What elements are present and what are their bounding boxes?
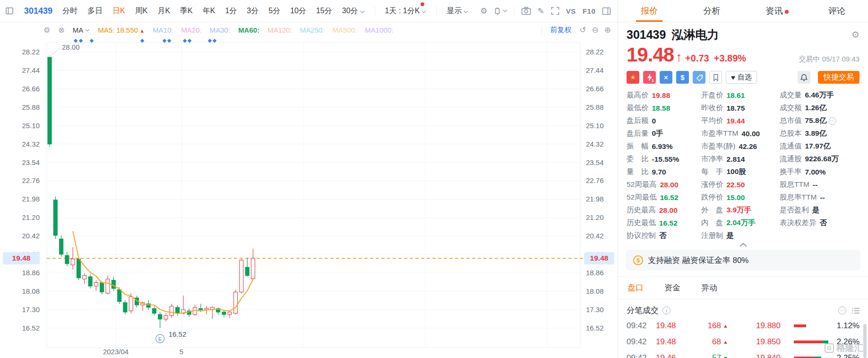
period-tab-label: 1分: [225, 6, 237, 16]
candle-body[interactable]: [88, 277, 92, 286]
y-axis-label-right: 23.54: [586, 158, 604, 166]
event-diamond-icon[interactable]: ◆: [74, 37, 78, 43]
panel-tab-资讯[interactable]: 资讯: [743, 0, 806, 22]
candlestick-chart[interactable]: 28.2228.2227.4427.4426.6626.6625.8825.88…: [0, 0, 618, 358]
candle-body[interactable]: [240, 260, 243, 292]
panel-scrollbar[interactable]: [863, 324, 867, 358]
event-diamond-icon[interactable]: ◆: [140, 37, 145, 43]
period-tab-10分[interactable]: 10分: [290, 6, 306, 16]
x-axis-label[interactable]: 2023/04: [103, 348, 129, 356]
period-tab-多日[interactable]: 多日: [87, 6, 103, 16]
candle-body[interactable]: [100, 283, 104, 292]
candle-body[interactable]: [164, 315, 168, 319]
quick-trade-button[interactable]: 快捷交易: [818, 71, 859, 84]
indicator-settings-icon[interactable]: ⚙: [43, 26, 50, 35]
tick-row[interactable]: 09:4219.48168▲19.8801.12%: [618, 318, 868, 334]
zoom-out-icon[interactable]: ⊖: [592, 25, 599, 35]
panel-tab-评论[interactable]: 评论: [806, 0, 868, 22]
period-tab-15分[interactable]: 15分: [316, 6, 332, 16]
candle-body[interactable]: [83, 276, 86, 279]
period-tab-年K[interactable]: 年K: [203, 6, 215, 16]
period-tab-label: 周K: [135, 6, 148, 16]
panel-tab-分析[interactable]: 分析: [680, 0, 743, 22]
adjust-mode-label[interactable]: 前复权: [550, 26, 571, 35]
tick-avg-price: 19.850: [731, 337, 781, 347]
event-diamond-icon[interactable]: ◆: [79, 37, 83, 43]
candle-body[interactable]: [170, 306, 173, 315]
list-icon[interactable]: [852, 307, 859, 314]
period-tab-3分[interactable]: 3分: [247, 6, 258, 16]
collapse-chevron[interactable]: [618, 241, 868, 248]
zoom-in-icon[interactable]: ⊕: [604, 25, 611, 35]
f10-label[interactable]: F10: [583, 7, 595, 15]
indicator-legend: ⚙ ⊗ MA MA5:18.550▲MA10:MA20:MA30:MA60:MA…: [0, 22, 618, 38]
add-favorite-button[interactable]: ♥ 自选: [726, 71, 757, 84]
y-axis-label-right: 21.98: [586, 195, 604, 203]
subtab-异动[interactable]: 异动: [701, 282, 717, 293]
event-diamond-icon[interactable]: ◆: [163, 37, 167, 43]
event-diamond-icon[interactable]: ◆: [208, 37, 212, 43]
more-icon[interactable]: ⋯: [829, 117, 836, 125]
candle-body[interactable]: [176, 307, 180, 313]
alert-bell-button[interactable]: [798, 71, 810, 84]
period-tab-分时[interactable]: 分时: [62, 6, 77, 16]
period-tab-1天1分K[interactable]: 1天 : 1分K: [385, 6, 427, 16]
period-tab-周K[interactable]: 周K: [135, 6, 148, 16]
vs-label[interactable]: VS: [566, 7, 576, 15]
panel-settings-icon[interactable]: ⚙: [851, 29, 859, 40]
candle-body[interactable]: [112, 280, 115, 288]
candle-body[interactable]: [129, 297, 133, 311]
event-diamond-icon[interactable]: ◆: [213, 37, 217, 43]
candle-body[interactable]: [222, 312, 226, 314]
camera-icon[interactable]: [521, 7, 531, 15]
candle-body[interactable]: [60, 239, 63, 254]
period-tab-日K[interactable]: 日K: [112, 6, 125, 16]
pencil-icon[interactable]: ✎: [538, 6, 544, 16]
period-tab-30分[interactable]: 30分: [342, 6, 365, 16]
candle-body[interactable]: [118, 289, 121, 301]
period-tab-5分[interactable]: 5分: [268, 6, 280, 16]
period-tab-label: 30分: [342, 6, 358, 16]
last-price-tag-value: 19.48: [12, 254, 31, 262]
tick-list-title: 分笔成交: [627, 305, 659, 316]
candle-body[interactable]: [53, 200, 57, 236]
subtab-资金[interactable]: 资金: [664, 282, 680, 293]
more-icon[interactable]: ⋯: [838, 306, 846, 314]
candle-body[interactable]: [106, 279, 110, 293]
event-diamond-icon[interactable]: ◆: [183, 37, 187, 43]
candle-body[interactable]: [65, 255, 69, 263]
info-icon[interactable]: i: [662, 306, 670, 314]
window-icon[interactable]: [5, 6, 14, 16]
candle-body[interactable]: [245, 267, 249, 275]
period-tab-显示[interactable]: 显示: [447, 6, 468, 16]
period-tab-月K[interactable]: 月K: [157, 6, 170, 16]
period-tab-季K[interactable]: 季K: [180, 6, 193, 16]
event-diamond-icon[interactable]: ◆: [90, 37, 94, 43]
event-diamond-icon[interactable]: ◆: [167, 37, 172, 43]
candle-body[interactable]: [228, 312, 232, 314]
candle-body[interactable]: [152, 308, 156, 313]
stock-code-toolbar[interactable]: 301439: [24, 6, 52, 16]
candle-body[interactable]: [77, 259, 81, 278]
layout-icon[interactable]: [602, 7, 611, 15]
candle-body[interactable]: [94, 283, 98, 286]
indicator-close-icon[interactable]: ⊗: [58, 26, 64, 35]
candle-style-icon[interactable]: [494, 7, 507, 15]
gear-icon[interactable]: ⚙: [480, 6, 487, 16]
undo-icon[interactable]: ↺: [579, 25, 586, 35]
ma-selector[interactable]: MA: [73, 26, 90, 34]
candle-body[interactable]: [123, 303, 127, 312]
event-diamond-icon[interactable]: ◆: [188, 37, 192, 43]
candle-body[interactable]: [234, 292, 238, 313]
candle-body[interactable]: [71, 259, 75, 265]
candle-body[interactable]: [251, 258, 255, 279]
panel-tab-报价[interactable]: 报价: [618, 0, 680, 22]
candle-body[interactable]: [199, 308, 203, 309]
period-tab-label: 1天 : 1分K: [385, 6, 420, 16]
expand-icon[interactable]: [551, 7, 559, 15]
candle-body[interactable]: [48, 57, 52, 144]
period-tab-1分[interactable]: 1分: [225, 6, 237, 16]
subtab-盘口[interactable]: 盘口: [627, 282, 644, 293]
candle-body[interactable]: [158, 314, 162, 319]
x-axis-label[interactable]: 5: [180, 348, 183, 356]
